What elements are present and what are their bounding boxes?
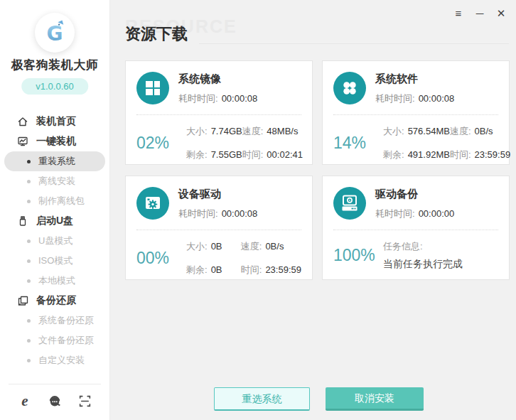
card-divider: [136, 230, 301, 230]
size-value: 0B: [211, 241, 222, 252]
sidebar-item-reinstall-system[interactable]: 重装系统: [4, 151, 105, 171]
size-label: 大小:: [383, 126, 404, 136]
task-status: 当前任务执行完成: [383, 258, 498, 271]
sidebar-item-system-backup-restore[interactable]: 系统备份还原: [0, 311, 109, 330]
elapsed-value: 00:00:08: [222, 93, 258, 104]
progress-percent: 02%: [136, 134, 186, 153]
remain-value: 491.92MB: [408, 149, 450, 160]
time-label: 时间:: [450, 149, 471, 160]
card-title: 系统软件: [375, 72, 454, 86]
elapsed-value: 00:00:08: [222, 208, 258, 219]
cancel-install-button[interactable]: 取消安装: [326, 387, 424, 411]
remain-label: 剩余:: [383, 149, 404, 160]
window-menu-icon[interactable]: ≡: [451, 6, 466, 21]
size-label: 大小:: [186, 126, 208, 136]
elapsed-label: 耗时时间:: [375, 208, 415, 219]
app-logo: G: [35, 13, 75, 53]
bullet-icon: [27, 160, 31, 163]
bullet-icon: [27, 180, 31, 183]
sidebar-item-label: 文件备份还原: [38, 334, 94, 347]
close-icon[interactable]: ✕: [494, 6, 508, 21]
progress-percent: 14%: [333, 134, 383, 153]
main-panel: ≡ ─ ✕ RESOURCE 资源下载 系统镜像 耗时时间:00:00:08: [110, 0, 516, 420]
remain-value: 7.55GB: [211, 149, 242, 160]
task-info-label: 任务信息:: [383, 240, 498, 253]
system-software-icon: [333, 72, 366, 104]
bullet-icon: [27, 259, 31, 263]
svg-text:G: G: [47, 22, 63, 45]
sidebar-item-label: 离线安装: [38, 175, 75, 188]
sidebar-item-label: 启动U盘: [36, 215, 73, 227]
sidebar-item-onekey-install[interactable]: 一键装机: [0, 131, 109, 151]
customer-service-icon[interactable]: [46, 392, 63, 409]
elapsed-label: 耗时时间:: [178, 208, 218, 219]
card-system-image: 系统镜像 耗时时间:00:00:08 02% 大小:7.74GB 速度:48MB…: [125, 60, 313, 165]
time-value: 23:59:59: [475, 149, 511, 160]
minimize-icon[interactable]: ─: [473, 6, 487, 21]
sidebar-item-home[interactable]: 装机首页: [0, 112, 109, 131]
elapsed-label: 耗时时间:: [178, 93, 218, 104]
sidebar-item-usb-mode[interactable]: U盘模式: [0, 231, 109, 251]
ie-browser-icon[interactable]: e: [16, 392, 33, 409]
sidebar-item-label: 一键装机: [36, 135, 76, 148]
driver-backup-icon: [333, 187, 366, 220]
usb-drive-icon: [17, 215, 28, 227]
remain-label: 剩余:: [186, 149, 208, 160]
sidebar-item-custom-install[interactable]: 自定义安装: [0, 350, 109, 370]
sidebar-item-label: 装机首页: [36, 115, 76, 128]
monitor-chart-icon: [17, 136, 28, 147]
card-driver-backup: 驱动备份 耗时时间:00:00:00 100% 任务信息: 当前任务执行完成: [322, 176, 510, 280]
sidebar-item-label: 制作离线包: [38, 195, 85, 208]
sidebar-item-file-backup-restore[interactable]: 文件备份还原: [0, 330, 109, 350]
speed-value: 0B/s: [265, 241, 284, 252]
gear-box-glyph: [136, 187, 169, 220]
remain-value: 0B: [211, 264, 222, 275]
hard-drive-glyph: [333, 187, 366, 220]
bullet-icon: [27, 359, 31, 362]
sidebar-item-boot-usb[interactable]: 启动U盘: [0, 211, 109, 231]
scan-icon[interactable]: [76, 392, 93, 409]
clover-glyph: [333, 72, 366, 104]
sidebar-item-backup-restore[interactable]: 备份还原: [0, 291, 109, 311]
sidebar-item-label: 备份还原: [36, 294, 76, 307]
card-divider: [333, 114, 498, 115]
time-label: 时间:: [242, 149, 264, 160]
title-divider: [199, 43, 509, 44]
time-value: 23:59:59: [265, 264, 301, 275]
sidebar-item-label: 重装系统: [38, 155, 75, 168]
download-cards: 系统镜像 耗时时间:00:00:08 02% 大小:7.74GB 速度:48MB…: [125, 60, 510, 280]
bullet-icon: [27, 279, 31, 283]
card-divider: [333, 230, 498, 230]
sidebar-item-make-offline-package[interactable]: 制作离线包: [0, 191, 109, 211]
elapsed-value: 00:00:00: [419, 208, 455, 219]
page-title: 资源下载: [125, 23, 188, 45]
sidebar-footer: e: [0, 387, 109, 414]
card-title: 系统镜像: [178, 72, 257, 86]
reselect-system-button[interactable]: 重选系统: [214, 387, 310, 411]
sidebar-item-label: 自定义安装: [38, 354, 85, 367]
sidebar-item-offline-install[interactable]: 离线安装: [0, 171, 109, 191]
app-name: 极客狗装机大师: [0, 57, 109, 73]
speed-label: 速度:: [450, 126, 471, 136]
sidebar-menu: 装机首页 一键装机 重装系统 离线安装 制作离线包: [0, 112, 109, 370]
remain-label: 剩余:: [186, 264, 208, 275]
size-value: 7.74GB: [211, 126, 242, 136]
sidebar-item-label: ISO模式: [38, 254, 72, 267]
card-device-driver: 设备驱动 耗时时间:00:00:08 00% 大小:0B 速度:0B/s 剩余:…: [125, 176, 313, 280]
progress-percent: 100%: [333, 246, 383, 265]
window-controls: ≡ ─ ✕: [451, 6, 508, 21]
speed-label: 速度:: [242, 126, 264, 136]
card-title: 驱动备份: [375, 188, 454, 201]
progress-percent: 00%: [136, 249, 186, 268]
card-title: 设备驱动: [178, 188, 257, 201]
card-system-software: 系统软件 耗时时间:00:00:08 14% 大小:576.54MB 速度:0B…: [322, 60, 510, 165]
headset-glyph: [48, 394, 62, 408]
time-label: 时间:: [241, 264, 262, 275]
sidebar: G 极客狗装机大师 v1.0.0.60 装机首页 一键装机 重装系统: [0, 0, 110, 420]
version-badge: v1.0.0.60: [21, 78, 88, 95]
bullet-icon: [27, 239, 31, 243]
sidebar-item-local-mode[interactable]: 本地模式: [0, 271, 109, 291]
sidebar-item-iso-mode[interactable]: ISO模式: [0, 251, 109, 271]
windows-grid-glyph: [136, 72, 169, 104]
system-image-icon: [136, 72, 169, 104]
